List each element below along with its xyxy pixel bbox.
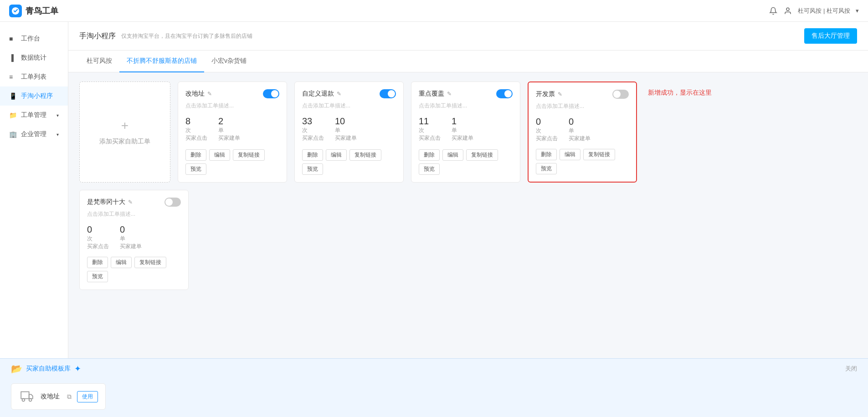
delete-btn[interactable]: 删除 [185, 149, 206, 161]
sidebar-item-order-list[interactable]: ≡ 工单列表 [0, 67, 68, 86]
card-header: 自定义退款 ✎ [302, 89, 396, 98]
tab-bar: 杜可风按 不折腾不舒服斯基的店铺 小宏v杂货铺 [68, 51, 868, 72]
edit-icon[interactable]: ✎ [558, 91, 562, 97]
edit-btn[interactable]: 编辑 [442, 149, 463, 161]
toggle-off[interactable] [164, 198, 181, 207]
preview-btn[interactable]: 预览 [302, 163, 323, 175]
user-icon[interactable] [783, 6, 792, 15]
edit-btn[interactable]: 编辑 [209, 149, 230, 161]
edit-icon[interactable]: ✎ [207, 91, 212, 97]
tab-buzheteng[interactable]: 不折腾不舒服斯基的店铺 [119, 51, 204, 72]
edit-icon[interactable]: ✎ [447, 91, 452, 97]
stat-label: 买家点击 [536, 135, 558, 142]
work-card-invoice: 开发票 ✎ 点击添加工单描述... 0 次 买家点击 0 [528, 81, 637, 183]
copy-link-btn[interactable]: 复制链接 [583, 149, 615, 160]
list-icon: ≡ [9, 73, 16, 81]
grid-icon: ■ [9, 35, 16, 42]
stat-clicks: 33 次 买家点击 [302, 116, 324, 142]
card-desc[interactable]: 点击添加工单描述... [87, 210, 181, 218]
edit-btn[interactable]: 编辑 [111, 257, 132, 268]
bottom-panel-body: 改地址 ⧉ 使用 [0, 379, 868, 417]
stat-orders: 0 单 买家建单 [569, 117, 591, 142]
card-desc[interactable]: 点击添加工单描述... [302, 102, 396, 110]
copy-link-btn[interactable]: 复制链接 [134, 257, 166, 268]
notification-icon[interactable] [769, 6, 778, 15]
sidebar-item-enterprise-mgmt[interactable]: 🏢 企业管理 ▾ [0, 125, 68, 144]
edit-icon[interactable]: ✎ [337, 91, 341, 97]
preview-btn[interactable]: 预览 [419, 163, 440, 175]
sidebar-item-label: 手淘小程序 [21, 92, 53, 100]
template-name: 改地址 [41, 392, 60, 401]
mobile-icon: 📱 [9, 92, 16, 100]
cards-row-2: 是梵蒂冈十大 ✎ 点击添加工单描述... 0 次 买家点击 0 [79, 190, 857, 290]
sidebar-item-stats[interactable]: ▐ 数据统计 [0, 48, 68, 67]
edit-icon[interactable]: ✎ [128, 199, 133, 205]
delete-btn[interactable]: 删除 [87, 257, 108, 268]
bottom-panel-title: 📂 买家自助模板库 ✦ [11, 363, 81, 374]
stat-num: 0 [536, 117, 558, 127]
new-success-area: 新增成功，显示在这里 [644, 81, 712, 183]
svg-rect-1 [21, 392, 29, 399]
bottom-panel-title-text: 买家自助模板库 [26, 365, 71, 373]
card-stats: 11 次 买家点击 1 单 买家建单 [419, 116, 513, 142]
bottom-panel-header: 📂 买家自助模板库 ✦ 关闭 [0, 359, 868, 379]
stat-num: 10 [335, 116, 357, 127]
bottom-panel-close-btn[interactable]: 关闭 [845, 365, 857, 373]
copy-link-btn[interactable]: 复制链接 [466, 149, 498, 161]
use-template-btn[interactable]: 使用 [77, 391, 98, 402]
bottom-panel: 📂 买家自助模板库 ✦ 关闭 改地址 ⧉ 使用 [0, 358, 868, 417]
preview-btn[interactable]: 预览 [87, 271, 108, 282]
card-stats: 0 次 买家点击 0 单 买家建单 [87, 224, 181, 250]
delete-btn[interactable]: 删除 [302, 149, 323, 161]
bar-chart-icon: ▐ [9, 54, 16, 61]
delete-btn[interactable]: 删除 [536, 149, 557, 160]
stat-label: 买家点击 [87, 243, 109, 250]
preview-btn[interactable]: 预览 [536, 163, 557, 174]
preview-btn[interactable]: 预览 [185, 163, 206, 175]
card-title: 自定义退款 ✎ [302, 90, 341, 98]
cards-row-1: + 添加买家自助工单 改地址 ✎ 点击添加工单描述... [79, 81, 857, 183]
card-desc[interactable]: 点击添加工单描述... [419, 102, 513, 110]
app-body: ■ 工作台 ▐ 数据统计 ≡ 工单列表 📱 手淘小程序 📁 工单管理 ▾ 🏢 企… [0, 22, 868, 417]
card-stats: 8 次 买家点击 2 单 买家建单 [185, 116, 279, 142]
sidebar-item-label: 工单管理 [21, 111, 46, 119]
stat-label: 买家点击 [419, 134, 441, 142]
card-actions: 删除 编辑 复制链接 预览 [185, 149, 279, 175]
sidebar-item-label: 工作台 [21, 35, 40, 43]
work-card-focus-cover: 重点覆盖 ✎ 点击添加工单描述... 11 次 买家点击 1 [411, 81, 520, 183]
copy-link-btn[interactable]: 复制链接 [349, 149, 381, 161]
toggle-on[interactable] [380, 89, 396, 98]
add-card[interactable]: + 添加买家自助工单 [79, 81, 170, 183]
add-card-label: 添加买家自助工单 [99, 137, 150, 146]
chevron-down-icon[interactable]: ▾ [856, 7, 859, 14]
card-header: 是梵蒂冈十大 ✎ [87, 198, 181, 207]
delete-btn[interactable]: 删除 [419, 149, 440, 161]
card-actions: 删除 编辑 复制链接 预览 [536, 149, 629, 174]
back-hall-btn[interactable]: 售后大厅管理 [804, 28, 857, 44]
stat-orders: 10 单 买家建单 [335, 116, 357, 142]
stat-label: 买家建单 [335, 134, 357, 142]
tab-dukefeng[interactable]: 杜可风按 [79, 51, 119, 72]
sidebar-item-mini-app[interactable]: 📱 手淘小程序 [0, 86, 68, 106]
card-actions: 删除 编辑 复制链接 预览 [419, 149, 513, 175]
sidebar-item-workbench[interactable]: ■ 工作台 [0, 29, 68, 48]
tab-xiaohong[interactable]: 小宏v杂货铺 [204, 51, 254, 72]
copy-link-btn[interactable]: 复制链接 [233, 149, 265, 161]
card-desc[interactable]: 点击添加工单描述... [185, 102, 279, 110]
toggle-on[interactable] [496, 89, 513, 98]
page-subtitle: 仅支持淘宝平台，且在淘宝平台订购了多脉售后的店铺 [121, 32, 252, 40]
stat-orders: 2 单 买家建单 [218, 116, 240, 142]
edit-btn[interactable]: 编辑 [326, 149, 347, 161]
chevron-icon: ▾ [56, 113, 59, 118]
edit-btn[interactable]: 编辑 [560, 149, 580, 160]
toggle-on[interactable] [263, 89, 279, 98]
app-header: 青鸟工单 杜可风按 | 杜可风按 ▾ [0, 0, 868, 22]
sidebar-item-order-mgmt[interactable]: 📁 工单管理 ▾ [0, 106, 68, 125]
card-desc[interactable]: 点击添加工单描述... [536, 102, 629, 110]
card-stats: 33 次 买家点击 10 单 买家建单 [302, 116, 396, 142]
logo-icon [9, 5, 22, 17]
stat-label: 买家建单 [569, 135, 591, 142]
logo-text: 青鸟工单 [26, 5, 58, 16]
user-label: 杜可风按 | 杜可风按 [798, 7, 850, 15]
toggle-off[interactable] [612, 90, 629, 99]
